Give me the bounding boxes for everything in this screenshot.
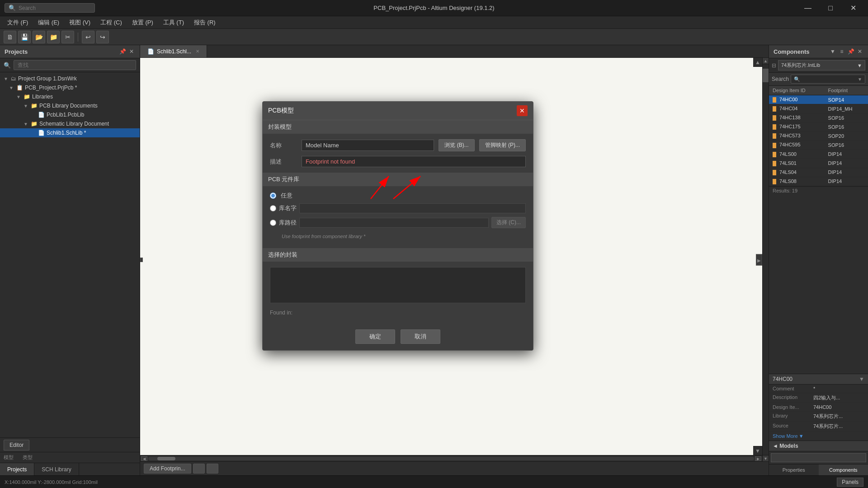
radio-any-label: 任意 <box>281 192 292 200</box>
section-selected-pkg: 选择的封装 <box>263 248 533 262</box>
found-in-row: Found in: <box>270 307 526 318</box>
name-row: 名称 浏览 (B)... 管脚映射 (P)... <box>270 139 526 151</box>
browse-button[interactable]: 浏览 (B)... <box>439 139 474 151</box>
selected-footprint-preview <box>270 267 526 303</box>
desc-row: 描述 <box>270 156 526 167</box>
radio-libname-label: 库名字 <box>279 204 297 212</box>
libpath-input[interactable] <box>299 218 489 228</box>
pcb-model-dialog: PCB模型 ✕ 封装模型 名称 浏览 (B)... 管脚映射 (P)... 描述… <box>262 101 533 351</box>
modal-body: 封装模型 名称 浏览 (B)... 管脚映射 (P)... 描述 PCB 元件库… <box>263 120 533 325</box>
libname-input[interactable] <box>299 203 526 213</box>
cancel-button[interactable]: 取消 <box>401 329 440 344</box>
desc-input[interactable] <box>302 156 526 167</box>
radio-libpath-label: 库路径 <box>279 219 297 227</box>
radio-any-row: 任意 <box>270 192 526 200</box>
radio-libpath-row: 库路径 选择 (C)... <box>270 217 526 228</box>
modal-footer: 确定 取消 <box>263 325 533 350</box>
select-path-button[interactable]: 选择 (C)... <box>491 217 526 228</box>
name-input[interactable] <box>302 140 434 151</box>
use-footprint-note: Use footprint from component library * <box>270 232 526 243</box>
confirm-button[interactable]: 确定 <box>355 329 395 344</box>
radio-libpath[interactable] <box>270 220 276 226</box>
found-in-label: Found in: <box>270 310 292 316</box>
radio-any[interactable] <box>270 192 276 199</box>
section-package-model: 封装模型 <box>263 120 533 134</box>
desc-label: 描述 <box>270 158 297 166</box>
modal-close-button[interactable]: ✕ <box>517 105 528 116</box>
modal-overlay: PCB模型 ✕ 封装模型 名称 浏览 (B)... 管脚映射 (P)... 描述… <box>0 0 868 488</box>
radio-libname[interactable] <box>270 205 276 211</box>
section-pcb-lib: PCB 元件库 <box>263 173 533 186</box>
modal-title: PCB模型 <box>268 107 294 115</box>
name-label: 名称 <box>270 141 297 150</box>
pin-map-button[interactable]: 管脚映射 (P)... <box>479 139 526 151</box>
modal-titlebar: PCB模型 ✕ <box>263 102 533 120</box>
radio-libname-row: 库名字 <box>270 203 526 213</box>
